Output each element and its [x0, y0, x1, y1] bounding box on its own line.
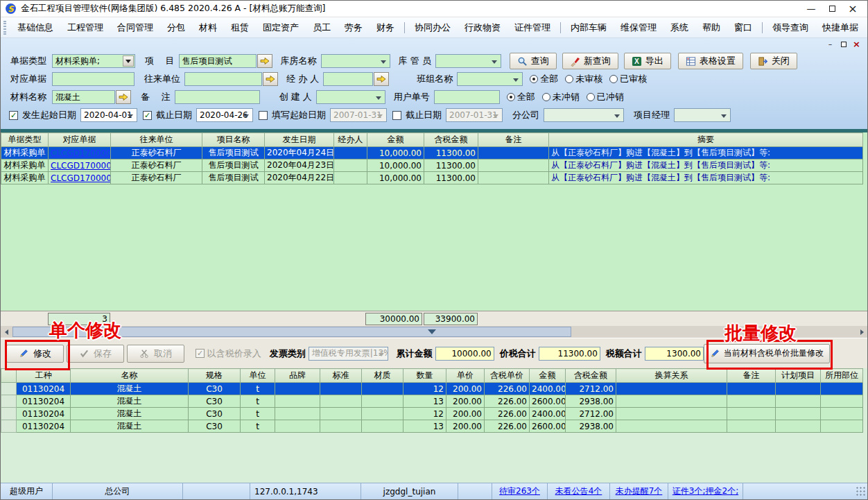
column-header[interactable]: 项目名称 [202, 133, 265, 147]
mdi-close-icon[interactable]: × [851, 40, 862, 49]
creator-select[interactable] [316, 90, 385, 104]
menu-item-4[interactable]: 材料 [192, 19, 224, 37]
partner-picker-button[interactable] [263, 72, 278, 86]
column-header[interactable]: 含税单价 [485, 369, 530, 383]
column-header[interactable]: 所用部位 [821, 369, 863, 383]
export-button[interactable]: X 导出 [624, 53, 671, 69]
menu-item-1[interactable]: 工程管理 [60, 19, 110, 37]
user-doc-no-input[interactable] [434, 90, 500, 104]
table-row[interactable]: 01130204混凝土C30t12200.00226.002400.002712… [1, 383, 863, 395]
menu-item-3[interactable]: 分包 [160, 19, 192, 37]
related-doc-input[interactable] [52, 72, 134, 86]
remark-input[interactable] [175, 90, 260, 104]
tax-total-field[interactable]: 1300.00 [645, 347, 704, 361]
mdi-restore-icon[interactable] [838, 40, 849, 49]
splitter-down-icon[interactable] [428, 329, 436, 334]
end-date-select[interactable]: 2020-04-26 [196, 108, 253, 122]
material-picker-button[interactable] [116, 90, 131, 104]
menu-item-16[interactable]: 维保管理 [614, 19, 663, 37]
material-input[interactable]: 混凝土 [52, 90, 115, 104]
start-date-checkbox[interactable]: ✓ [9, 111, 18, 120]
scroll-right-icon[interactable] [856, 326, 867, 338]
minimize-icon[interactable]: — [801, 2, 822, 16]
menu-item-15[interactable]: 内部车辆 [564, 19, 614, 37]
cancel-button[interactable]: 取消 [127, 345, 184, 363]
menu-item-5[interactable]: 租赁 [224, 19, 256, 37]
menu-item-9[interactable]: 财务 [370, 19, 401, 37]
column-header[interactable]: 单据类型 [1, 133, 49, 147]
menu-item-22[interactable]: 快捷单据 [815, 19, 865, 37]
audit-unaudited-radio[interactable] [565, 75, 573, 83]
pending-audit-link[interactable]: 待审263个 [499, 485, 540, 497]
menu-item-11[interactable]: 协同办公 [408, 19, 458, 37]
column-header[interactable]: 材质 [362, 369, 403, 383]
column-header[interactable]: 备注 [478, 133, 549, 147]
batch-modify-button[interactable]: 当前材料含税单价批量修改 [704, 344, 830, 363]
close-query-button[interactable]: 关闭 [750, 53, 797, 69]
start-date-select[interactable]: 2020-04-01 [80, 108, 137, 122]
warehouse-select[interactable] [321, 54, 390, 68]
column-header[interactable]: 规格 [189, 369, 241, 383]
writeoff-written-radio[interactable] [587, 93, 595, 101]
table-row[interactable]: 材料采购单CLCGD170000215正泰砂石料厂售后项目测试2020年04月2… [1, 172, 863, 184]
column-header[interactable]: 发生日期 [265, 133, 334, 147]
close-icon[interactable]: × [842, 2, 863, 16]
new-query-button[interactable]: 新查询 [562, 53, 618, 69]
audit-all-radio[interactable] [530, 75, 538, 83]
project-picker-button[interactable] [257, 54, 272, 68]
handler-input[interactable] [323, 72, 373, 86]
todo-reminder-link[interactable]: 未办提醒7个 [616, 485, 663, 497]
tax-price-entry-checkbox[interactable]: ✓ [196, 349, 205, 358]
menu-item-18[interactable]: 帮助 [695, 19, 727, 37]
unread-notice-link[interactable]: 未看公告4个 [555, 485, 602, 497]
fill-end-date-checkbox[interactable] [392, 111, 401, 120]
menu-item-2[interactable]: 合同管理 [110, 19, 160, 37]
menu-item-12[interactable]: 行政物资 [458, 19, 507, 37]
column-header[interactable]: 工种 [17, 369, 71, 383]
resize-grip-icon[interactable] [856, 487, 866, 497]
column-header[interactable]: 含税金额 [424, 133, 478, 147]
handler-picker-button[interactable] [374, 72, 389, 86]
column-header[interactable]: 对应单据 [49, 133, 111, 147]
column-header[interactable]: 品牌 [275, 369, 320, 383]
scroll-left-icon[interactable] [1, 326, 12, 338]
doc-link[interactable]: CLCGD170000214 [49, 160, 111, 172]
menu-item-23[interactable]: 重连网络 [865, 19, 868, 37]
column-header[interactable]: 名称 [71, 369, 189, 383]
column-header[interactable]: 金额 [530, 369, 566, 383]
invoice-type-select[interactable]: 增值税专用发票|13% [309, 347, 388, 361]
column-header[interactable]: 含税金额 [566, 369, 616, 383]
grid-settings-button[interactable]: 表格设置 [678, 53, 743, 69]
menu-item-7[interactable]: 员工 [306, 19, 338, 37]
menu-item-19[interactable]: 窗口 [727, 19, 759, 37]
writeoff-all-radio[interactable] [507, 93, 515, 101]
menu-item-13[interactable]: 证件管理 [507, 19, 557, 37]
project-manager-select[interactable] [674, 108, 731, 122]
team-select[interactable] [457, 72, 523, 86]
table-row[interactable]: 01130204混凝土C30t13200.00226.002600.002938… [1, 395, 863, 408]
writeoff-unwritten-radio[interactable] [542, 93, 550, 101]
fill-end-date-select[interactable]: 2007-01-31 [446, 108, 503, 122]
modify-button[interactable]: 修改 [6, 345, 64, 363]
table-row[interactable]: 材料采购单CLCGD170000213正泰砂石料厂售后项目测试2020年04月2… [1, 147, 863, 160]
doc-link[interactable]: CLCGD170000215 [49, 172, 111, 184]
table-row[interactable]: 01130204混凝土C30t13200.00226.002600.002938… [1, 420, 863, 433]
total-amount-field[interactable]: 10000.00 [435, 347, 494, 361]
column-header[interactable]: 往来单位 [111, 133, 202, 147]
column-header[interactable]: 金额 [367, 133, 424, 147]
partner-input[interactable] [184, 72, 262, 86]
audit-audited-radio[interactable] [609, 75, 618, 83]
table-row[interactable]: 材料采购单CLCGD170000214正泰砂石料厂售后项目测试2020年04月2… [1, 160, 863, 172]
fill-start-date-select[interactable]: 2007-01-31 [330, 108, 387, 122]
table-row[interactable]: 01130204混凝土C30t12200.00226.002400.002712… [1, 408, 863, 420]
column-header[interactable]: 数量 [403, 369, 446, 383]
maximize-icon[interactable] [822, 2, 842, 16]
warehouse-keeper-select[interactable] [435, 54, 501, 68]
column-header[interactable]: 经办人 [334, 133, 367, 147]
save-button[interactable]: 保存 [67, 345, 124, 363]
menu-item-8[interactable]: 劳务 [338, 19, 370, 37]
project-input[interactable]: 售后项目测试 [179, 54, 257, 68]
menu-item-17[interactable]: 系统 [663, 19, 695, 37]
doc-type-select[interactable]: 材料采购单; [52, 54, 135, 68]
column-header[interactable]: 单价 [446, 369, 485, 383]
